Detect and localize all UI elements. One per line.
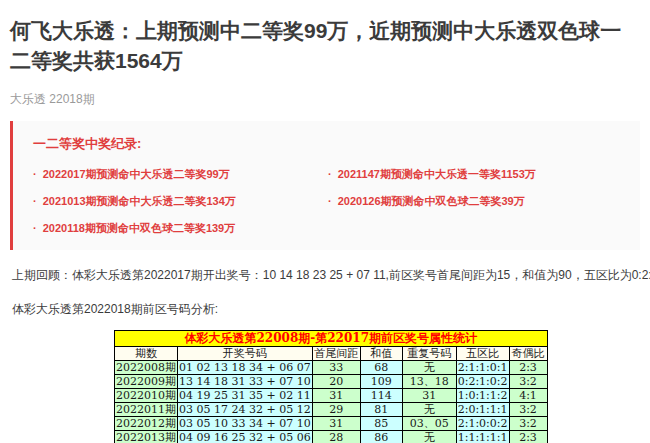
column-header-sum: 和值 <box>360 346 402 360</box>
table-cell: 无 <box>402 430 456 443</box>
table-cell: 85 <box>360 416 402 430</box>
table-cell: 109 <box>360 374 402 388</box>
table-row: 2022013期04 09 16 25 32 + 05 062886无1:1:1… <box>115 430 548 443</box>
bullet-icon: · <box>33 195 37 207</box>
table-cell: 28 <box>312 430 360 443</box>
table-cell: 2022013期 <box>115 430 178 443</box>
record-item-text: 2020118期预测命中双色球二等奖139万 <box>43 221 236 236</box>
table-cell: 2022008期 <box>115 360 178 374</box>
table-cell: 2:3 <box>509 360 547 374</box>
table-cell: 1:0:1:1:2 <box>456 388 509 402</box>
table-cell: 31 <box>402 388 456 402</box>
issue-label: 大乐透 22018期 <box>10 91 640 108</box>
table-cell: 无 <box>402 360 456 374</box>
table-cell: 2022012期 <box>115 416 178 430</box>
table-cell: 68 <box>360 360 402 374</box>
table-row: 2022011期03 05 17 24 32 + 05 122981无2:0:1… <box>115 402 548 416</box>
table-cell: 3:2 <box>509 374 547 388</box>
column-header-oddeven: 奇偶比 <box>509 346 547 360</box>
column-header-numbers: 开奖号码 <box>178 346 313 360</box>
table-cell: 04 19 25 31 35 + 02 11 <box>178 388 313 402</box>
table-cell: 31 <box>312 388 360 402</box>
table-cell: 03 05 10 33 34 + 07 10 <box>178 416 313 430</box>
record-item: · 2020118期预测命中双色球二等奖139万 <box>33 221 328 236</box>
record-item: · 2022017期预测命中大乐透二等奖99万 <box>33 167 328 182</box>
table-cell: 2:1:0:0:2 <box>456 416 509 430</box>
table-row: 2022009期13 14 18 31 33 + 07 102010913、18… <box>115 374 548 388</box>
stats-table-head: 体彩大乐透第22008期-第22017期前区奖号属性统计 期数 开奖号码 首尾间… <box>115 330 548 360</box>
stats-table: 体彩大乐透第22008期-第22017期前区奖号属性统计 期数 开奖号码 首尾间… <box>114 330 548 443</box>
record-column-right: · 2021147期预测命中大乐透一等奖1153万 · 2020126期预测命中… <box>328 155 536 236</box>
record-item: · 2020126期预测命中双色球二等奖39万 <box>328 194 536 209</box>
table-cell: 03 05 17 24 32 + 05 12 <box>178 402 313 416</box>
table-cell: 29 <box>312 402 360 416</box>
record-item-text: 2021147期预测命中大乐透一等奖1153万 <box>338 167 536 182</box>
bullet-icon: · <box>328 168 332 180</box>
record-columns: · 2022017期预测命中大乐透二等奖99万 · 2021013期预测命中大乐… <box>33 155 618 236</box>
table-cell: 2:3 <box>509 430 547 443</box>
table-cell: 0:2:1:0:2 <box>456 374 509 388</box>
table-cell: 13 14 18 31 33 + 07 10 <box>178 374 313 388</box>
front-zone-analysis-intro: 体彩大乐透第2022018期前区号码分析: <box>12 301 640 318</box>
record-item: · 2021147期预测命中大乐透一等奖1153万 <box>328 167 536 182</box>
table-cell: 81 <box>360 402 402 416</box>
table-cell: 3:2 <box>509 416 547 430</box>
bullet-icon: · <box>33 168 37 180</box>
table-cell: 4:1 <box>509 388 547 402</box>
stats-table-body: 2022008期01 02 13 18 34 + 06 073368无2:1:1… <box>115 360 548 443</box>
table-cell: 2:1:1:0:1 <box>456 360 509 374</box>
table-cell: 114 <box>360 388 402 402</box>
record-item-text: 2020126期预测命中双色球二等奖39万 <box>338 194 525 209</box>
table-cell: 3:2 <box>509 402 547 416</box>
record-column-left: · 2022017期预测命中大乐透二等奖99万 · 2021013期预测命中大乐… <box>33 155 328 236</box>
table-cell: 13、18 <box>402 374 456 388</box>
page: { "header": { "title": "何飞大乐透：上期预测中二等奖99… <box>0 0 650 443</box>
table-cell: 2022009期 <box>115 374 178 388</box>
table-cell: 2022010期 <box>115 388 178 402</box>
table-cell: 1:1:1:1:1 <box>456 430 509 443</box>
table-row: 2022008期01 02 13 18 34 + 06 073368无2:1:1… <box>115 360 548 374</box>
table-cell: 无 <box>402 402 456 416</box>
table-cell: 2022011期 <box>115 402 178 416</box>
table-cell: 33 <box>312 360 360 374</box>
prize-record-box: 一二等奖中奖纪录: · 2022017期预测命中大乐透二等奖99万 · 2021… <box>10 121 640 250</box>
table-row: 2022010期04 19 25 31 35 + 02 1131114311:0… <box>115 388 548 402</box>
bullet-icon: · <box>33 222 37 234</box>
table-cell: 04 09 16 25 32 + 05 06 <box>178 430 313 443</box>
bullet-icon: · <box>328 195 332 207</box>
column-header-zoneratio: 五区比 <box>456 346 509 360</box>
table-cell: 2:0:1:1:1 <box>456 402 509 416</box>
table-cell: 86 <box>360 430 402 443</box>
table-cell: 01 02 13 18 34 + 06 07 <box>178 360 313 374</box>
record-item-text: 2021013期预测命中大乐透二等奖134万 <box>43 194 236 209</box>
table-cell: 03、05 <box>402 416 456 430</box>
table-cell: 20 <box>312 374 360 388</box>
table-row: 2022012期03 05 10 33 34 + 07 10318503、052… <box>115 416 548 430</box>
column-header-repeats: 重复号码 <box>402 346 456 360</box>
table-title-row: 体彩大乐透第22008期-第22017期前区奖号属性统计 <box>115 330 548 346</box>
column-header-issue: 期数 <box>115 346 178 360</box>
record-item: · 2021013期预测命中大乐透二等奖134万 <box>33 194 328 209</box>
record-item-text: 2022017期预测命中大乐透二等奖99万 <box>43 167 230 182</box>
page-title: 何飞大乐透：上期预测中二等奖99万，近期预测中大乐透双色球一二等奖共获1564万 <box>10 16 636 76</box>
table-title: 体彩大乐透第22008期-第22017期前区奖号属性统计 <box>115 330 548 346</box>
last-draw-review: 上期回顾：体彩大乐透第2022017期开出奖号：10 14 18 23 25 +… <box>12 267 640 284</box>
column-header-span: 首尾间距 <box>312 346 360 360</box>
table-cell: 31 <box>312 416 360 430</box>
record-box-heading: 一二等奖中奖纪录: <box>33 135 618 153</box>
table-header-row: 期数 开奖号码 首尾间距 和值 重复号码 五区比 奇偶比 <box>115 346 548 360</box>
